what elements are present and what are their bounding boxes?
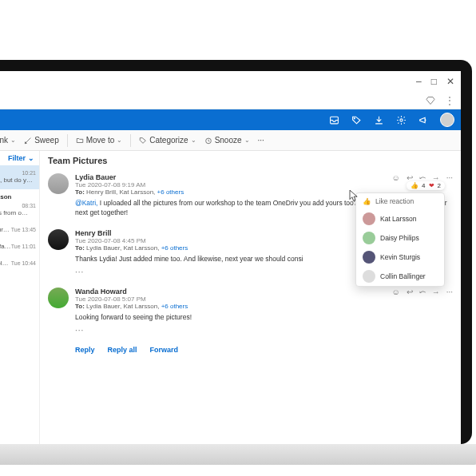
message-date: Tue 2020-07-08 5:07 PM [75,296,453,303]
sweep-label: Sweep [34,136,59,145]
laptop-base [0,444,476,465]
message-body: Looking forward to seeing the pictures! [75,313,453,323]
sender-avatar [48,229,69,250]
reaction-pill[interactable]: 👍4 ❤2 [407,181,445,190]
snooze-button[interactable]: Snooze⌄ [204,136,250,145]
reply-button[interactable]: Reply [75,346,95,354]
more-actions-icon[interactable]: ··· [446,173,453,182]
move-to-button[interactable]: Move to⌄ [76,136,123,145]
recipients: To: Lydia Bauer, Kat Larsson, +6 others [75,303,453,310]
junk-label: Junk [0,136,8,145]
forward-icon[interactable]: → [432,288,440,296]
snooze-label: Snooze [215,136,242,145]
sender-avatar [48,173,69,194]
minimize-button[interactable]: – [416,76,422,87]
sweep-button[interactable]: Sweep [24,136,59,145]
categorize-label: Categorize [149,136,188,145]
reaction-header: 👍Like reaction [356,193,444,209]
message-actions: ☺ ↩ ⤺ → ··· [391,288,453,296]
message-list: Filter ⌄ 10:21 minute, but do you … at L… [0,151,40,444]
gem-icon[interactable] [426,96,435,105]
reaction-person[interactable]: Kat Larsson [356,209,444,228]
message-item: Wanda Howard Tue 2020-07-08 5:07 PM To: … [48,288,453,335]
thread-subject: Team Pictures [48,156,453,165]
message-date: Tue 2020-07-08 9:19 AM [75,181,453,188]
megaphone-icon[interactable] [418,114,429,125]
reply-all-icon[interactable]: ⤺ [419,288,426,296]
emoji-react-icon[interactable]: ☺ [391,288,399,296]
inbox-icon[interactable] [328,114,339,125]
command-bar: Junk⌄ Sweep Move to⌄ Categorize⌄ Snooze⌄… [0,130,461,151]
svg-point-2 [399,118,402,121]
more-icon[interactable]: ⋮ [445,95,454,106]
svg-point-1 [354,117,355,118]
reaction-person[interactable]: Daisy Philips [356,228,444,248]
categorize-button[interactable]: Categorize⌄ [139,136,196,145]
list-item[interactable]: 10:21 minute, but do you … [0,165,39,189]
account-avatar[interactable] [440,113,454,127]
message-item: Lydia Bauer Tue 2020-07-08 9:19 AM To: H… [48,173,453,218]
more-actions-icon[interactable]: ··· [446,288,453,296]
list-item[interactable]: Tue 13:45 near our hotel, what … [0,222,39,239]
premium-bar: ⋮ [0,92,461,109]
cmdbar-more-button[interactable]: ··· [258,136,264,145]
maximize-button[interactable]: □ [431,76,437,87]
list-item[interactable]: Tue 11:01 ng our fall interns' … [0,239,39,256]
thumb-count: 4 [422,182,425,189]
emoji-react-icon[interactable]: ☺ [391,173,399,182]
main-area: Filter ⌄ 10:21 minute, but do you … at L… [0,151,461,444]
reaction-popover: 👍Like reaction Kat Larsson Daisy Philips… [355,192,445,287]
reply-icon[interactable]: ↩ [407,288,413,296]
move-label: Move to [86,136,115,145]
tag-icon[interactable] [351,114,362,125]
drive-icon[interactable] [373,114,384,125]
forward-button[interactable]: Forward [150,346,179,354]
list-item[interactable]: Tue 10:44 g for volunteers for … [0,256,39,272]
window-titlebar: – □ ✕ [0,71,461,92]
reaction-person[interactable]: Collin Ballinger [356,267,444,286]
gear-icon[interactable] [395,114,407,125]
junk-button[interactable]: Junk⌄ [0,136,16,145]
heart-count: 2 [438,182,441,189]
sender-avatar [48,288,69,308]
cursor-icon [347,189,359,202]
reply-all-button[interactable]: Reply all [108,346,137,354]
filter-button[interactable]: Filter ⌄ [0,151,39,165]
reaction-person[interactable]: Kevin Sturgis [356,248,444,267]
app-window: – □ ✕ ⋮ Junk⌄ Sweep Move to⌄ [0,60,472,444]
reading-pane: Team Pictures Lydia Bauer Tue 2020-07-08… [40,151,461,444]
expand-icon[interactable]: ··· [75,326,453,335]
close-button[interactable]: ✕ [446,76,454,87]
list-item[interactable]: at Larsson 08:31 pictures from o… [0,189,39,222]
reply-row: Reply Reply all Forward [75,346,453,354]
ribbon-blue-bar [0,109,461,130]
